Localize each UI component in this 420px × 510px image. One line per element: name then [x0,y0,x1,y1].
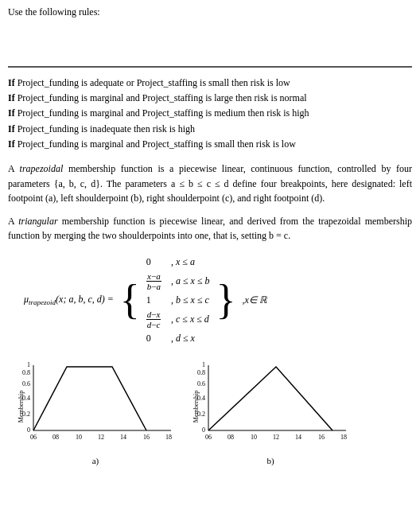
chart-a-y0: 0 [27,426,30,434]
chart-b-y06: 0.6 [197,380,205,387]
chart-a-container: Membership 0 0.2 0.4 0.6 0.8 1 06 08 10 … [16,359,175,465]
frac-dx-dc: d−x d−c [146,310,161,329]
section-divider [8,66,412,68]
left-brace: { [120,255,140,346]
chart-b-x16: 16 [318,434,325,441]
chart-a-x16: 16 [143,434,150,441]
chart-a-x06: 06 [30,434,37,441]
chart-a-x08: 08 [52,434,59,441]
para-triangle-text: A triangular membership function is piec… [8,214,412,243]
case-row: d−x d−c , c ≤ x ≤ d [145,308,213,331]
chart-b-svg: Membership 0 0.2 0.4 0.6 0.8 1 06 08 10 … [191,359,350,454]
chart-b-y1: 1 [202,361,205,368]
right-brace: } [216,255,236,346]
chart-a-y08: 0.8 [22,369,30,376]
formula-row: μtrapezoid(x; a, b, c, d) = { 0 , x ≤ a … [24,255,412,346]
rule-5: If Project_funding is marginal and Proje… [8,137,412,152]
case-cond-3: , c ≤ x ≤ d [169,308,213,331]
chart-a-y06: 0.6 [22,380,30,387]
cases-table: 0 , x ≤ a x−a b−a , a ≤ x ≤ b 1 , b ≤ x … [145,255,213,346]
case-val-3: d−x d−c [145,308,169,331]
chart-b-x14: 14 [295,434,301,441]
case-cond-2: , b ≤ x ≤ c [169,293,213,308]
chart-a-y04: 0.4 [22,395,30,402]
chart-b-x10: 10 [251,434,257,441]
chart-b-y04: 0.4 [197,395,205,402]
chart-b-x06: 06 [205,434,212,441]
chart-a-x14: 14 [120,434,126,441]
header-label: Use the following rules: [8,6,100,18]
chart-b-container: Membership 0 0.2 0.4 0.6 0.8 1 06 08 10 … [191,359,350,465]
chart-b-shape [208,367,332,430]
case-cond-0: , x ≤ a [169,255,213,270]
chart-b-y08: 0.8 [197,369,205,376]
case-val-1: x−a b−a [145,270,169,293]
para-trapezoid: A trapezoidal membership function is a p… [8,162,412,206]
chart-b-label: b) [266,456,274,465]
chart-a-x12: 12 [98,434,104,441]
case-row: 0 , d ≤ x [145,331,213,346]
para-trapezoid-text: A trapezoidal membership function is a p… [8,162,412,206]
case-cond-4: , d ≤ x [169,331,213,346]
chart-a-label: a) [92,456,99,465]
para-triangle: A triangular membership function is piec… [8,214,412,243]
case-row: 0 , x ≤ a [145,255,213,270]
rule-2: If Project_funding is marginal and Proje… [8,91,412,106]
case-val-2: 1 [145,293,169,308]
case-row: 1 , b ≤ x ≤ c [145,293,213,308]
domain-label: , x ∈ ℝ [242,255,266,346]
chart-b-y02: 0.2 [197,411,205,418]
chart-a-svg: Membership 0 0.2 0.4 0.6 0.8 1 06 08 10 … [16,359,175,454]
chart-b-x12: 12 [273,434,279,441]
case-val-4: 0 [145,331,169,346]
header-text: Use the following rules: [8,6,412,18]
rule-1: If Project_funding is adequate or Projec… [8,76,412,91]
chart-b-x18: 18 [340,434,347,441]
chart-a-x18: 18 [165,434,172,441]
frac-xa-ba: x−a b−a [146,271,161,291]
chart-a-y1: 1 [27,361,30,368]
chart-b-x08: 08 [228,434,234,441]
formula-lhs: μtrapezoid(x; a, b, c, d) = [24,294,114,306]
chart-a-y02: 0.2 [22,411,30,418]
chart-a-x10: 10 [76,434,82,441]
case-cond-1: , a ≤ x ≤ b [169,270,213,293]
chart-b-y0: 0 [202,426,205,434]
case-val-0: 0 [145,255,169,270]
rule-4: If Project_funding is inadequate then ri… [8,122,412,137]
rules-section: If Project_funding is adequate or Projec… [8,76,412,152]
brace-container: { 0 , x ≤ a x−a b−a , a ≤ x ≤ b [120,255,267,346]
chart-a-shape [33,367,146,430]
charts-row: Membership 0 0.2 0.4 0.6 0.8 1 06 08 10 … [8,359,412,465]
rule-3: If Project_funding is marginal and Proje… [8,106,412,121]
case-row: x−a b−a , a ≤ x ≤ b [145,270,213,293]
